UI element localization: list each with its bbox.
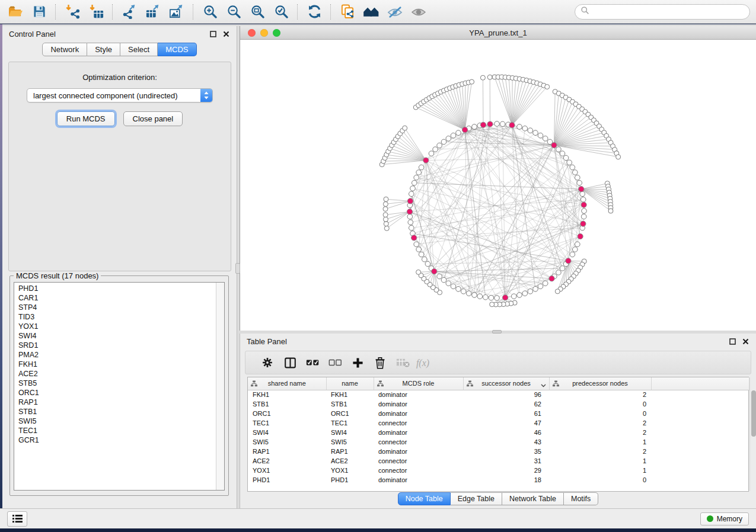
zoom-fit-icon[interactable] — [245, 2, 269, 22]
import-network-icon[interactable] — [60, 2, 84, 22]
save-icon[interactable] — [27, 2, 51, 22]
zoom-selected-icon[interactable] — [269, 2, 293, 22]
criterion-selected-value: largest connected component (undirected) — [33, 91, 178, 100]
copy-network-icon[interactable] — [336, 2, 359, 22]
close-panel-icon[interactable] — [742, 338, 749, 345]
mcds-result-item[interactable]: FKH1 — [18, 360, 216, 369]
zoom-out-icon[interactable] — [222, 2, 245, 22]
table-cell: 0 — [549, 475, 651, 485]
mcds-result-item[interactable]: SRD1 — [18, 341, 216, 350]
mcds-result-item[interactable]: RAP1 — [18, 398, 216, 407]
tab-select[interactable]: Select — [120, 43, 158, 56]
table-cell — [651, 437, 749, 447]
table-cell: YOX1 — [248, 466, 326, 475]
float-panel-icon[interactable] — [729, 338, 736, 345]
close-panel-button[interactable]: Close panel — [123, 111, 183, 126]
tab-network-table[interactable]: Network Table — [502, 492, 564, 505]
table-cell: dominator — [374, 390, 463, 399]
optimization-criterion-select[interactable]: largest connected component (undirected) — [27, 88, 213, 102]
search-field[interactable] — [575, 4, 750, 20]
zoom-in-icon[interactable] — [198, 2, 222, 22]
tab-mcds[interactable]: MCDS — [158, 43, 196, 56]
mcds-result-item[interactable]: PHD1 — [18, 284, 216, 293]
table-panel-header: Table Panel — [240, 334, 756, 349]
tab-motifs[interactable]: Motifs — [564, 492, 598, 505]
close-panel-icon[interactable] — [222, 30, 230, 38]
table-row[interactable]: RAP1RAP1dominator352 — [248, 447, 749, 456]
show-columns-icon[interactable] — [279, 352, 301, 373]
table-row[interactable]: ACE2ACE2connector311 — [248, 456, 749, 466]
tab-node-table[interactable]: Node Table — [398, 492, 451, 505]
hide-selected-icon[interactable] — [383, 2, 407, 22]
mcds-result-item[interactable]: YOX1 — [18, 322, 216, 331]
column-header-name[interactable]: name — [326, 377, 374, 390]
toolbar-separator — [112, 4, 113, 20]
table-row[interactable]: YOX1YOX1connector291 — [248, 466, 749, 475]
toolbar-separator — [330, 4, 331, 20]
add-column-icon[interactable] — [346, 352, 369, 373]
network-graph[interactable] — [240, 40, 755, 331]
table-scrollbar-thumb[interactable] — [751, 390, 756, 437]
tab-network[interactable]: Network — [42, 43, 87, 56]
tab-edge-table[interactable]: Edge Table — [451, 492, 502, 505]
export-network-icon[interactable] — [117, 2, 141, 22]
open-folder-icon[interactable] — [4, 2, 27, 22]
table-row[interactable]: TEC1TEC1connector472 — [248, 418, 749, 428]
show-all-icon[interactable] — [407, 2, 430, 22]
table-row[interactable]: ORC1ORC1dominator610 — [248, 409, 749, 418]
column-namespace-icon — [467, 380, 473, 388]
table-row[interactable]: SWI4SWI4dominator462 — [248, 428, 749, 437]
network-canvas[interactable] — [240, 40, 755, 331]
float-panel-icon[interactable] — [209, 30, 217, 38]
vertical-splitter-grip[interactable] — [235, 263, 240, 274]
task-history-button[interactable] — [7, 511, 27, 527]
function-builder-icon: f(x) — [414, 352, 436, 373]
select-stepper-icon[interactable] — [200, 89, 212, 102]
mcds-result-item[interactable]: SWI4 — [18, 331, 216, 341]
deselect-all-icon[interactable] — [324, 352, 346, 373]
mcds-result-item[interactable]: ORC1 — [18, 388, 216, 398]
mcds-result-item[interactable]: CAR1 — [18, 293, 216, 303]
mcds-result-item[interactable]: ACE2 — [18, 369, 216, 379]
mcds-result-item[interactable]: STB5 — [18, 379, 216, 388]
table-cell: PHD1 — [326, 475, 374, 485]
export-image-icon[interactable] — [165, 2, 189, 22]
search-input[interactable] — [593, 7, 744, 17]
table-cell: 2 — [549, 418, 651, 428]
mcds-result-item[interactable]: GCR1 — [18, 435, 216, 445]
column-header-shared-name[interactable]: shared name — [248, 377, 326, 390]
select-all-icon[interactable] — [301, 352, 324, 373]
table-cell: 62 — [463, 399, 549, 409]
mcds-result-item[interactable]: PMA2 — [18, 350, 216, 360]
column-header-successor-nodes[interactable]: successor nodes — [463, 377, 549, 390]
mcds-result-item[interactable]: STB1 — [18, 407, 216, 416]
table-row[interactable]: FKH1FKH1dominator962 — [248, 390, 749, 399]
mcds-result-item[interactable]: TID3 — [18, 312, 216, 322]
table-cell — [651, 390, 749, 399]
network-title: YPA_prune.txt_1 — [240, 28, 756, 37]
mcds-result-item[interactable]: SWI5 — [18, 416, 216, 426]
horizontal-splitter-grip[interactable] — [492, 330, 502, 334]
column-header-predecessor-nodes[interactable]: predecessor nodes — [549, 377, 651, 390]
table-cell: 0 — [549, 399, 651, 409]
mcds-options-box: Optimization criterion: largest connecte… — [8, 62, 231, 271]
table-scrollbar[interactable] — [749, 377, 750, 491]
table-row[interactable]: SWI5SWI5connector431 — [248, 437, 749, 447]
mcds-result-item[interactable]: TEC1 — [18, 426, 216, 435]
result-list-scrollbar[interactable] — [216, 283, 224, 490]
refresh-icon[interactable] — [302, 2, 326, 22]
table-row[interactable]: STB1STB1dominator620 — [248, 399, 749, 409]
delete-column-icon[interactable] — [369, 352, 391, 373]
settings-gear-icon[interactable] — [256, 352, 279, 373]
mcds-result-item[interactable]: STP4 — [18, 303, 216, 312]
memory-button[interactable]: Memory — [700, 512, 749, 525]
import-table-icon[interactable] — [84, 2, 108, 22]
export-table-icon[interactable] — [141, 2, 165, 22]
column-header-MCDS-role[interactable]: MCDS role — [374, 377, 463, 390]
table-row[interactable]: PHD1PHD1dominator180 — [248, 475, 749, 485]
first-neighbors-icon[interactable] — [359, 2, 383, 22]
table-cell: 61 — [463, 409, 549, 418]
run-mcds-button[interactable]: Run MCDS — [57, 111, 115, 126]
sort-descending-icon[interactable] — [541, 382, 546, 389]
tab-style[interactable]: Style — [87, 43, 120, 56]
